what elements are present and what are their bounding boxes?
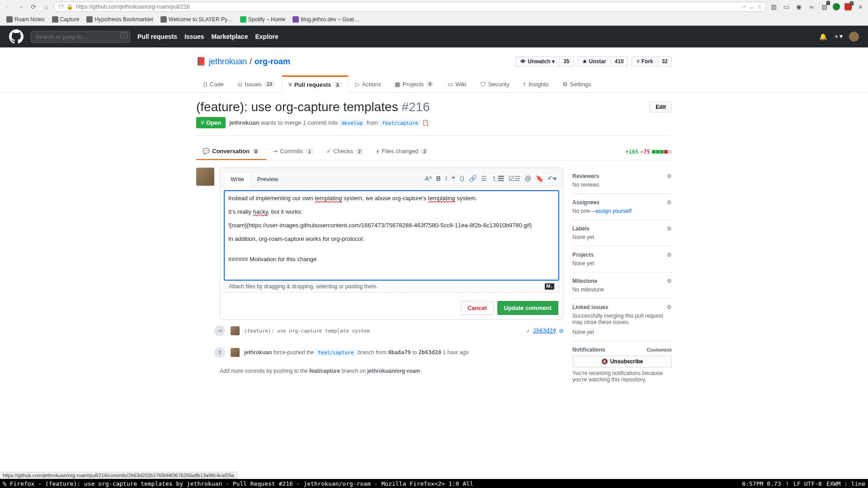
- user-avatar[interactable]: [849, 32, 859, 42]
- italic-icon[interactable]: I: [445, 175, 447, 183]
- tab-insights[interactable]: ⫯Insights: [516, 75, 556, 92]
- tab-projects[interactable]: ▦Projects0: [388, 75, 441, 92]
- bookmark-item[interactable]: Capture: [49, 15, 82, 23]
- cancel-button[interactable]: Cancel: [461, 301, 494, 315]
- commit-avatar[interactable]: [231, 326, 240, 335]
- bookmark-item[interactable]: Spotify – Home: [237, 15, 288, 23]
- url-bar[interactable]: 🛡 🔒 https://github.com/jethrokuan/org-ro…: [54, 2, 766, 12]
- heading-icon[interactable]: Aᴬ: [425, 175, 431, 183]
- gear-icon[interactable]: ⚙: [667, 278, 672, 284]
- tab-actions[interactable]: ▷Actions: [349, 75, 388, 92]
- gear-icon: ⚙: [562, 81, 568, 88]
- forward-button[interactable]: →: [16, 2, 25, 11]
- fork-count[interactable]: 32: [658, 56, 672, 66]
- nav-marketplace[interactable]: Marketplace: [212, 33, 248, 40]
- copy-icon[interactable]: 📋: [422, 119, 429, 126]
- repo-owner-link[interactable]: jethrokuan: [209, 57, 247, 66]
- bookmark-star-icon[interactable]: ☆: [757, 4, 762, 10]
- link-icon[interactable]: 🔗: [469, 175, 476, 183]
- code-icon[interactable]: ⟨⟩: [460, 175, 464, 183]
- notifications-icon[interactable]: 🔔: [819, 33, 827, 40]
- shield-icon: 🛡: [480, 81, 486, 88]
- push-avatar[interactable]: [231, 348, 240, 357]
- quote-icon[interactable]: ❝: [452, 175, 455, 183]
- tab-issues[interactable]: ⊙Issues13: [231, 75, 282, 92]
- push-author[interactable]: jethrokuan: [244, 349, 272, 356]
- head-branch[interactable]: feat/capture: [380, 120, 420, 127]
- base-branch[interactable]: develop: [340, 120, 365, 127]
- customize-link[interactable]: Customize: [646, 347, 672, 352]
- fork-action: ⑂Fork 32: [632, 56, 672, 66]
- home-button[interactable]: ⌂: [42, 2, 51, 11]
- preview-tab[interactable]: Preview: [251, 172, 284, 186]
- back-button[interactable]: ←: [4, 2, 13, 11]
- markdown-icon[interactable]: M↓: [545, 283, 554, 290]
- bookmark-item[interactable]: Hypothesis Bookmarklet: [84, 15, 156, 23]
- unsubscribe-button[interactable]: 🔇Unsubscribe: [572, 356, 672, 367]
- nav-explore[interactable]: Explore: [255, 33, 278, 40]
- gear-icon[interactable]: ⚙: [667, 225, 672, 232]
- task-icon[interactable]: ☑☰: [509, 175, 520, 183]
- mention-icon[interactable]: @: [525, 175, 531, 183]
- watch-action: 👁Unwatch ▾ 35: [515, 56, 573, 66]
- github-logo-icon[interactable]: [9, 29, 24, 44]
- reply-icon[interactable]: ↶▾: [548, 175, 557, 183]
- reference-icon[interactable]: 🔖: [536, 175, 543, 183]
- reload-button[interactable]: ⟳: [29, 2, 38, 11]
- watch-count[interactable]: 35: [560, 56, 573, 66]
- sidebar-icon[interactable]: ▥: [769, 3, 778, 11]
- ellipsis-icon[interactable]: ⋯: [741, 4, 747, 10]
- ext-icon-1[interactable]: ∞: [807, 3, 816, 11]
- tab-commits[interactable]: ⊸Commits1: [266, 143, 320, 160]
- assign-yourself-link[interactable]: assign yourself: [595, 208, 632, 214]
- repo-name-link[interactable]: org-roam: [255, 57, 290, 66]
- tab-files[interactable]: ±Files changed2: [370, 143, 435, 160]
- reader-icon[interactable]: ▭: [782, 3, 790, 11]
- tab-conversation[interactable]: 💬Conversation0: [196, 143, 266, 160]
- tab-security[interactable]: 🛡Security: [473, 75, 516, 92]
- menu-icon[interactable]: ≡: [856, 3, 864, 11]
- nav-issues[interactable]: Issues: [184, 33, 204, 40]
- bookmark-item[interactable]: Roam Notes: [4, 15, 47, 23]
- tab-pull-requests[interactable]: ⑂Pull requests3: [282, 75, 349, 93]
- pocket-icon[interactable]: ⌄: [750, 4, 754, 10]
- bookmark-item[interactable]: blog.jethro.dev – Goat…: [290, 15, 362, 23]
- attach-bar[interactable]: Attach files by dragging & dropping, sel…: [224, 281, 559, 293]
- nav-pull-requests[interactable]: Pull requests: [137, 33, 177, 40]
- edit-button[interactable]: Edit: [650, 102, 672, 113]
- comment-avatar[interactable]: [196, 168, 214, 186]
- bookmark-item[interactable]: Welcome to SLAYER Py…: [158, 15, 236, 23]
- fork-button[interactable]: ⑂Fork: [632, 56, 658, 66]
- gear-icon[interactable]: ⚙: [667, 199, 672, 206]
- unstar-button[interactable]: ★Unstar: [577, 56, 611, 66]
- gear-icon[interactable]: ⚙: [667, 304, 672, 310]
- github-search[interactable]: /: [31, 31, 130, 43]
- ol-icon[interactable]: ⒈☰: [491, 175, 504, 183]
- ext-icon-3[interactable]: [833, 3, 840, 10]
- ext-icon-2[interactable]: ▧7: [820, 3, 828, 11]
- tab-code[interactable]: ⟨⟩Code: [196, 75, 231, 92]
- star-icon: ★: [582, 58, 587, 65]
- pr-author[interactable]: jethrokuan: [229, 119, 259, 126]
- gear-icon[interactable]: ⚙: [667, 252, 672, 258]
- update-comment-button[interactable]: Update comment: [497, 301, 558, 315]
- write-tab[interactable]: Write: [224, 172, 251, 187]
- tab-settings[interactable]: ⚙Settings: [556, 75, 598, 92]
- account-icon[interactable]: ◉: [795, 3, 803, 11]
- gear-icon[interactable]: ⚙: [667, 173, 672, 179]
- comment-textarea[interactable]: Instead of implementing our own templati…: [224, 190, 559, 281]
- ul-icon[interactable]: ☰: [481, 175, 487, 183]
- search-input[interactable]: [31, 31, 130, 43]
- commit-hash-link[interactable]: ✓ 2b63d20 ⧉: [527, 328, 563, 334]
- tab-wiki[interactable]: ▭Wiki: [441, 75, 473, 92]
- state-badge: ⑂Open: [196, 117, 226, 128]
- commit-message[interactable]: (feature): use org-capture template syst…: [244, 328, 370, 334]
- bold-icon[interactable]: B: [436, 175, 441, 183]
- tab-checks[interactable]: ✓Checks2: [320, 143, 370, 160]
- plus-dropdown-icon[interactable]: ＋▾: [833, 33, 843, 41]
- eye-icon: 👁: [520, 58, 526, 65]
- browser-extensions: ▥ ▭ ◉ ∞ ▧7 2 ≡: [769, 3, 864, 11]
- ext-icon-4[interactable]: 2: [844, 3, 852, 10]
- unwatch-button[interactable]: 👁Unwatch ▾: [515, 56, 560, 66]
- star-count[interactable]: 410: [611, 56, 628, 66]
